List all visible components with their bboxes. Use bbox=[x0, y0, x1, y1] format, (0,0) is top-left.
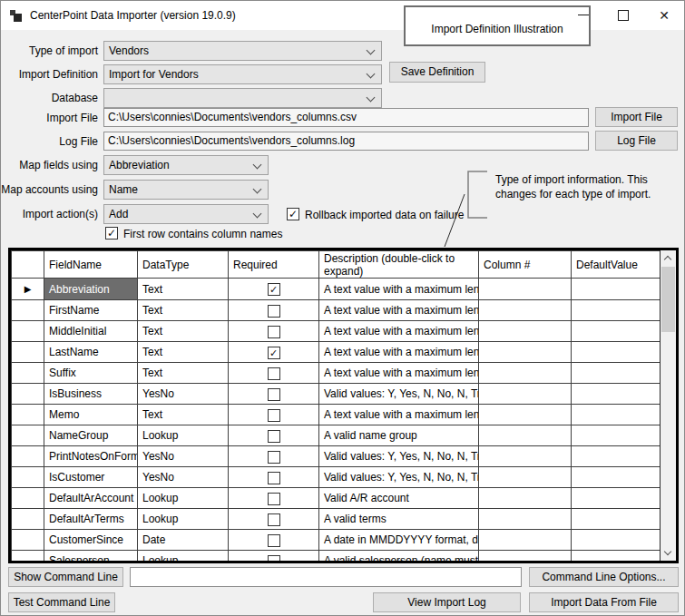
cell-datatype[interactable]: Text bbox=[138, 363, 229, 384]
col-header-datatype[interactable]: DataType bbox=[138, 251, 229, 279]
log-file-input[interactable]: C:\Users\connies\Documents\vendors_colum… bbox=[103, 132, 589, 151]
required-checkbox[interactable]: ✓ bbox=[268, 283, 280, 296]
cell-defaultvalue[interactable] bbox=[572, 467, 661, 488]
cell-datatype[interactable]: YesNo bbox=[138, 467, 229, 488]
col-header-column[interactable]: Column # bbox=[479, 251, 572, 279]
cell-description[interactable]: Valid values: Y, Yes, N, No, N, Tr... bbox=[319, 384, 479, 405]
cell-fieldname[interactable]: LastName bbox=[44, 342, 138, 363]
cell-description[interactable]: A text value with a maximum leng... bbox=[319, 342, 479, 363]
cell-column[interactable] bbox=[479, 321, 572, 342]
cell-description[interactable]: A valid terms bbox=[319, 509, 479, 530]
col-header-fieldname[interactable]: FieldName bbox=[44, 251, 138, 279]
cell-description[interactable]: A date in MMDDYYYY format, de... bbox=[319, 530, 479, 551]
show-command-line-button[interactable]: Show Command Line bbox=[8, 567, 123, 587]
scroll-up-icon[interactable] bbox=[661, 250, 676, 266]
grid-corner-cell[interactable] bbox=[12, 251, 44, 279]
cell-datatype[interactable]: Lookup bbox=[138, 551, 229, 562]
col-header-required[interactable]: Required bbox=[229, 251, 319, 279]
cell-fieldname[interactable]: PrintNotesOnForm bbox=[44, 446, 138, 467]
cell-fieldname[interactable]: IsCustomer bbox=[44, 467, 138, 488]
cell-datatype[interactable]: Text bbox=[138, 342, 229, 363]
required-checkbox[interactable] bbox=[268, 409, 280, 422]
cell-column[interactable] bbox=[479, 551, 572, 562]
cell-column[interactable] bbox=[479, 384, 572, 405]
cell-datatype[interactable]: YesNo bbox=[138, 384, 229, 405]
cell-required[interactable] bbox=[229, 467, 319, 488]
cell-fieldname[interactable]: IsBusiness bbox=[44, 384, 138, 405]
import-file-input[interactable]: C:\Users\connies\Documents\vendors_colum… bbox=[103, 108, 589, 127]
cell-required[interactable] bbox=[229, 446, 319, 467]
cell-fieldname[interactable]: Abbreviation bbox=[44, 279, 138, 300]
cell-fieldname[interactable]: Memo bbox=[44, 405, 138, 425]
vertical-scrollbar[interactable] bbox=[660, 250, 676, 561]
cell-datatype[interactable]: YesNo bbox=[138, 446, 229, 467]
row-selector[interactable] bbox=[12, 405, 44, 425]
rollback-checkbox[interactable]: ✓ bbox=[287, 208, 299, 220]
cell-column[interactable] bbox=[479, 342, 572, 363]
cell-defaultvalue[interactable] bbox=[572, 530, 661, 551]
required-checkbox[interactable] bbox=[268, 305, 280, 318]
map-fields-select[interactable]: Abbreviation bbox=[103, 155, 269, 175]
row-selector[interactable] bbox=[12, 384, 44, 405]
cell-required[interactable] bbox=[229, 425, 319, 446]
row-selector[interactable] bbox=[12, 300, 44, 321]
cell-fieldname[interactable]: CustomerSince bbox=[44, 530, 138, 551]
cell-defaultvalue[interactable] bbox=[572, 446, 661, 467]
cell-datatype[interactable]: Text bbox=[138, 321, 229, 342]
import-file-button[interactable]: Import File bbox=[595, 107, 678, 127]
row-selector[interactable] bbox=[12, 342, 44, 363]
cell-required[interactable] bbox=[229, 509, 319, 530]
row-selector[interactable] bbox=[12, 363, 44, 384]
cell-datatype[interactable]: Lookup bbox=[138, 425, 229, 446]
scroll-down-icon[interactable] bbox=[661, 545, 676, 561]
cell-required[interactable] bbox=[229, 384, 319, 405]
cell-column[interactable] bbox=[479, 363, 572, 384]
minimize-button[interactable] bbox=[568, 1, 599, 30]
cell-required[interactable]: ✓ bbox=[229, 279, 319, 300]
row-selector[interactable] bbox=[12, 488, 44, 509]
cell-datatype[interactable]: Lookup bbox=[138, 488, 229, 509]
cell-description[interactable]: A valid salesperson (name must b... bbox=[319, 551, 479, 562]
cell-description[interactable]: A text value with a maximum leng... bbox=[319, 321, 479, 342]
cell-column[interactable] bbox=[479, 446, 572, 467]
cell-datatype[interactable]: Date bbox=[138, 530, 229, 551]
cell-column[interactable] bbox=[479, 530, 572, 551]
row-selector[interactable] bbox=[12, 551, 44, 562]
import-data-from-file-button[interactable]: Import Data From File bbox=[529, 592, 679, 612]
col-header-description[interactable]: Description (double-click to expand) bbox=[319, 251, 479, 279]
cell-required[interactable] bbox=[229, 363, 319, 384]
cell-column[interactable] bbox=[479, 300, 572, 321]
cell-description[interactable]: A text value with a maximum leng... bbox=[319, 405, 479, 425]
row-selector[interactable] bbox=[12, 509, 44, 530]
cell-required[interactable] bbox=[229, 530, 319, 551]
command-line-options-button[interactable]: Command Line Options... bbox=[529, 567, 679, 587]
cell-required[interactable] bbox=[229, 300, 319, 321]
row-selector[interactable] bbox=[12, 321, 44, 342]
cell-column[interactable] bbox=[479, 405, 572, 425]
cell-datatype[interactable]: Text bbox=[138, 300, 229, 321]
row-selector[interactable] bbox=[12, 446, 44, 467]
cell-defaultvalue[interactable] bbox=[572, 279, 661, 300]
cell-defaultvalue[interactable] bbox=[572, 551, 661, 562]
cell-description[interactable]: A text value with a maximum leng... bbox=[319, 363, 479, 384]
cell-defaultvalue[interactable] bbox=[572, 405, 661, 425]
cell-description[interactable]: Valid values: Y, Yes, N, No, N, Tr... bbox=[319, 446, 479, 467]
required-checkbox[interactable] bbox=[268, 430, 280, 443]
close-button[interactable]: ✕ bbox=[649, 1, 680, 30]
cell-required[interactable] bbox=[229, 551, 319, 562]
required-checkbox[interactable] bbox=[268, 451, 280, 464]
cell-datatype[interactable]: Text bbox=[138, 279, 229, 300]
import-definition-select[interactable]: Import for Vendors bbox=[103, 64, 382, 84]
cell-description[interactable]: A valid name group bbox=[319, 425, 479, 446]
cell-description[interactable]: A text value with a maximum leng... bbox=[319, 279, 479, 300]
test-command-line-button[interactable]: Test Command Line bbox=[8, 592, 115, 612]
cell-description[interactable]: Valid values: Y, Yes, N, No, N, Tr... bbox=[319, 467, 479, 488]
required-checkbox[interactable] bbox=[268, 534, 280, 547]
log-file-button[interactable]: Log File bbox=[595, 131, 678, 151]
cell-column[interactable] bbox=[479, 488, 572, 509]
required-checkbox[interactable] bbox=[268, 326, 280, 338]
cell-required[interactable] bbox=[229, 488, 319, 509]
save-definition-button[interactable]: Save Definition bbox=[389, 62, 485, 83]
cell-description[interactable]: A text value with a maximum leng... bbox=[319, 300, 479, 321]
cell-defaultvalue[interactable] bbox=[572, 363, 661, 384]
